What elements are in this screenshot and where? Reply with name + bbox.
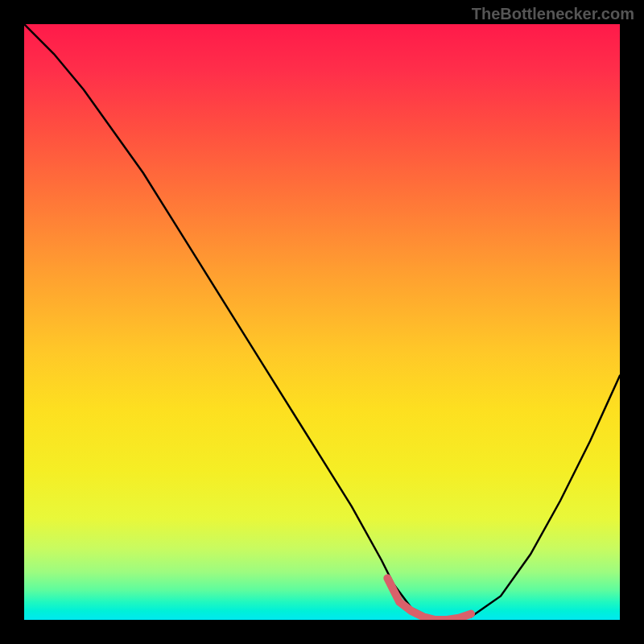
attribution-text: TheBottlenecker.com	[472, 5, 634, 23]
bottleneck-curve	[24, 24, 620, 620]
curve-svg	[24, 24, 620, 620]
plot-area	[24, 24, 620, 620]
highlight-segment	[387, 578, 471, 620]
chart-container: TheBottlenecker.com	[0, 0, 644, 644]
